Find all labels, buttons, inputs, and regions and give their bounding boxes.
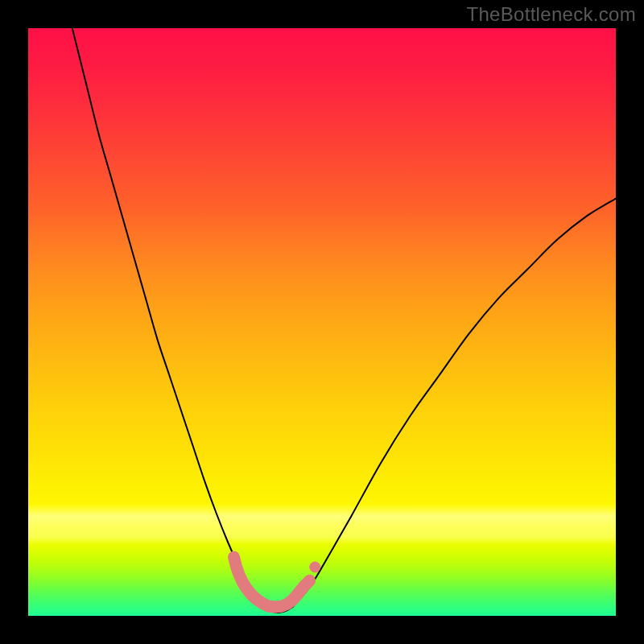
marker-cluster	[234, 557, 320, 607]
curve-layer	[28, 28, 616, 616]
watermark-text: TheBottleneck.com	[466, 3, 636, 26]
left-branch-curve	[72, 28, 263, 607]
right-branch-curve	[293, 199, 617, 607]
chart-frame: TheBottleneck.com	[0, 0, 644, 644]
plot-area	[28, 28, 616, 616]
svg-point-0	[310, 562, 320, 572]
